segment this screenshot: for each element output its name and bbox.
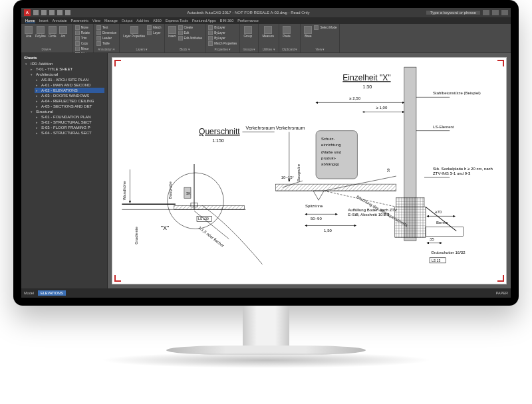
move-button[interactable]: Move [75, 25, 90, 30]
ribbon-panel-groups: GroupGroups ▾ [240, 24, 259, 52]
ribbon-tab-a360[interactable]: A360 [153, 19, 162, 23]
svg-rect-26 [396, 197, 424, 207]
svg-text:LS-Element: LS-Element [433, 125, 454, 129]
layer-properties-button[interactable]: Layer Properties [122, 25, 146, 39]
qat-redo-icon[interactable] [65, 10, 70, 15]
layout-tab[interactable]: ELEVATIONS [38, 290, 66, 296]
maximize-button[interactable] [492, 10, 499, 15]
qat-open-icon[interactable] [41, 10, 47, 15]
status-bar: Model ELEVATIONS PAPER [21, 288, 511, 298]
tree-item[interactable]: A-04 - REFLECTED CEILING [35, 98, 104, 104]
edit-button[interactable]: Edit [178, 31, 203, 35]
bylayer-button[interactable]: ByLayer [208, 31, 237, 35]
ribbon-panel-layers: Layer PropertiesMatchLayerLayers ▾ [120, 24, 164, 52]
svg-text:Berme: Berme [436, 221, 448, 225]
tree-item[interactable]: A-03 - DOORS WINDOWS [35, 93, 104, 98]
svg-text:Baugrube: Baugrube [297, 163, 301, 181]
table-button[interactable]: Table [96, 41, 116, 46]
polyline-button[interactable]: Polyline [35, 25, 47, 39]
ribbon-tab-insert[interactable]: Insert [39, 19, 49, 23]
ribbon-panel-properties: ByLayerByLayerByLayerMatch PropertiesPro… [205, 24, 240, 52]
qat-save-icon[interactable] [49, 10, 55, 15]
model-tab[interactable]: Model [24, 291, 34, 295]
svg-text:SK: SK [186, 191, 191, 195]
tree-item[interactable]: S-02 - STRUCTURAL SECT [35, 120, 104, 125]
ribbon-tab-performance[interactable]: Performance [237, 19, 259, 23]
ribbon-tab-add-ins[interactable]: Add-ins [136, 19, 149, 23]
svg-text:50: 50 [386, 168, 390, 172]
svg-text:10–15°: 10–15° [281, 175, 295, 179]
match-properties-button[interactable]: Match Properties [208, 41, 237, 46]
base-button[interactable]: Base [303, 25, 313, 39]
tree-item[interactable]: A-05 - SECTIONS AND DET [35, 104, 104, 109]
dimension-button[interactable]: Dimension [96, 31, 116, 35]
ribbon-tab-express-tools[interactable]: Express Tools [166, 19, 188, 23]
layer-button[interactable]: Layer [147, 31, 161, 35]
space-mode[interactable]: PAPER [496, 291, 508, 295]
tree-item[interactable]: S-03 - FLOOR FRAMING P [35, 125, 104, 130]
minimize-button[interactable] [483, 10, 489, 15]
svg-text:(Maße sind: (Maße sind [321, 150, 341, 154]
panel-title: Sheets [24, 56, 104, 60]
rotate-button[interactable]: Rotate [75, 31, 90, 35]
group-button[interactable]: Group [243, 25, 253, 39]
close-button[interactable] [501, 10, 508, 15]
bylayer-button[interactable]: ByLayer [208, 36, 237, 41]
ribbon-tab-annotate[interactable]: Annotate [52, 19, 66, 23]
ribbon-tab-view[interactable]: View [92, 19, 100, 23]
svg-text:abhängig): abhängig) [321, 162, 339, 166]
arc-button[interactable]: Arc [59, 25, 68, 39]
measure-button[interactable]: Measure [261, 25, 275, 39]
insert-button[interactable]: Insert [168, 25, 177, 41]
tree-item[interactable]: S-01 - FOUNDATION PLAN [35, 114, 104, 120]
tree-item[interactable]: S-04 - STRUCTURAL SECT [35, 130, 104, 136]
ribbon-tab-featured-apps[interactable]: Featured Apps [192, 19, 216, 23]
svg-text:Baugrube: Baugrube [168, 181, 172, 199]
tree-folder[interactable]: Structural [29, 109, 104, 114]
svg-text:produkt-: produkt- [321, 156, 336, 160]
tree-root[interactable]: IRD Addition [24, 61, 104, 66]
match-button[interactable]: Match [147, 25, 161, 30]
tree-folder[interactable]: Architectural [29, 72, 104, 77]
tree-item[interactable]: T-01 - TITLE SHEET [29, 66, 104, 72]
svg-text:Grobschotter 16/32: Grobschotter 16/32 [431, 251, 466, 254]
line-button[interactable]: Line [24, 25, 33, 39]
ribbon-tab-parametric[interactable]: Parametric [70, 19, 88, 23]
svg-rect-5 [174, 205, 245, 209]
tree-item[interactable]: A-02 - ELEVATIONS [35, 88, 104, 93]
tree-item[interactable]: AS-01 - ARCH SITE PLAN [35, 77, 104, 82]
drawing-canvas[interactable]: Querschnitt 1:150 SK "X" [108, 53, 511, 288]
ribbon-panel-block: InsertCreateEditEdit AttributesBlock ▾ [165, 24, 206, 52]
mirror-button[interactable]: Mirror [75, 47, 90, 51]
ribbon-tab-manage[interactable]: Manage [104, 19, 118, 23]
title-bar: A Autodesk AutoCAD 2017 - NOT FOR RESALE… [21, 8, 511, 17]
circle-button[interactable]: Circle [48, 25, 57, 39]
svg-text:1:1,5 oder flacher: 1:1,5 oder flacher [198, 226, 225, 249]
qat-undo-icon[interactable] [57, 10, 63, 15]
svg-text:1:150: 1:150 [212, 138, 224, 143]
svg-text:Querschnitt: Querschnitt [199, 127, 240, 136]
trim-button[interactable]: Trim [75, 36, 90, 41]
svg-point-11 [168, 173, 223, 229]
ribbon-tab-bim-360[interactable]: BIM 360 [220, 19, 233, 23]
edit-attributes-button[interactable]: Edit Attributes [178, 36, 203, 41]
ribbon-tab-home[interactable]: Home [25, 19, 35, 23]
qat-new-icon[interactable] [33, 10, 39, 15]
leader-button[interactable]: Leader [96, 36, 116, 41]
svg-text:Schutz-: Schutz- [321, 137, 334, 141]
copy-button[interactable]: Copy [75, 41, 90, 46]
select-mode-button[interactable]: Select Mode [314, 25, 336, 30]
ribbon-tab-output[interactable]: Output [122, 19, 133, 23]
app-icon[interactable]: A [24, 9, 31, 16]
svg-text:50–90: 50–90 [311, 217, 322, 221]
text-button[interactable]: Text [96, 25, 116, 30]
bylayer-button[interactable]: ByLayer [208, 25, 237, 30]
create-button[interactable]: Create [178, 25, 203, 30]
window-title: Autodesk AutoCAD 2017 - NOT FOR RESALE A… [73, 11, 424, 15]
ribbon-tabs: HomeInsertAnnotateParametricViewManageOu… [21, 17, 511, 24]
tree-item[interactable]: A-01 - MAIN AND SECOND [35, 82, 104, 88]
paste-button[interactable]: Paste [282, 25, 291, 39]
search-box[interactable]: Type a keyword or phrase [426, 11, 480, 15]
sheets-panel: Sheets IRD AdditionT-01 - TITLE SHEETArc… [21, 53, 108, 288]
ribbon-panel-modify: MoveRotateTrimCopyMirrorFilletStretchSca… [72, 24, 94, 52]
